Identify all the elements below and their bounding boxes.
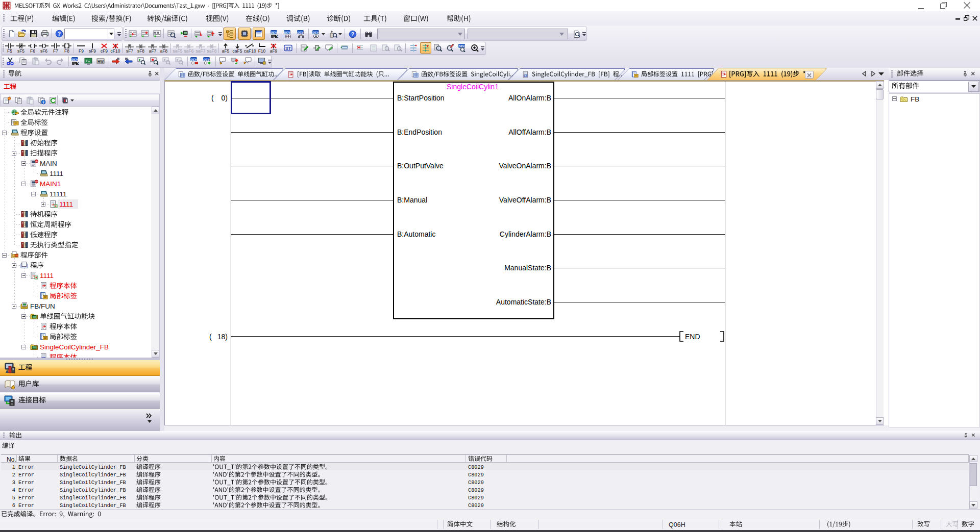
svg-text:?: ?: [351, 31, 354, 37]
svg-text:K: K: [275, 34, 278, 38]
svg-text:ST: ST: [524, 74, 527, 77]
svg-text:HW: HW: [97, 60, 104, 63]
svg-text:K: K: [76, 61, 79, 65]
svg-text:DEV: DEV: [203, 58, 209, 61]
svg-text:DEV: DEV: [284, 31, 290, 34]
svg-text:DEV: DEV: [71, 58, 78, 61]
svg-text:DEV: DEV: [271, 31, 277, 34]
svg-text:DEV: DEV: [297, 31, 303, 34]
svg-text:ST: ST: [285, 46, 291, 51]
svg-text:DEV: DEV: [458, 45, 464, 48]
svg-text:DEV: DEV: [312, 31, 318, 34]
svg-text:?: ?: [57, 31, 60, 37]
svg-text:DEV: DEV: [190, 58, 197, 61]
